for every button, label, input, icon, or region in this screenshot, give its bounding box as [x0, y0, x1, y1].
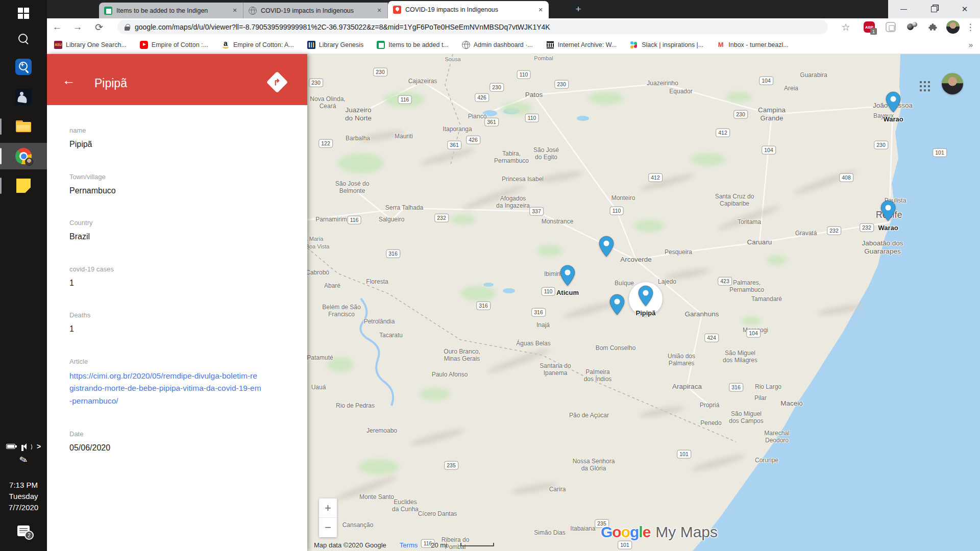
taskbar-item-chrome[interactable]: [0, 143, 47, 169]
extensions-menu-button[interactable]: [926, 20, 939, 34]
tab-close-button[interactable]: ✕: [375, 7, 383, 15]
map-label-city: Pombal: [534, 55, 553, 62]
bookmark-label: Admin dashboard ·...: [474, 41, 533, 48]
tab-close-button[interactable]: ✕: [231, 7, 239, 15]
taskbar-item-logos[interactable]: [0, 54, 47, 80]
road-shield: 110: [610, 207, 624, 215]
bookmark-item-6[interactable]: Admin dashboard ·...: [462, 41, 533, 49]
zoom-out-button[interactable]: −: [319, 518, 337, 537]
clock-day: Tuesday: [0, 491, 47, 502]
close-button[interactable]: ✕: [949, 0, 980, 18]
windows-ink-pen-icon[interactable]: ✎: [18, 453, 29, 466]
extension-shield-button[interactable]: [884, 20, 897, 34]
vegetation-patch: [690, 153, 726, 166]
map-profile-avatar[interactable]: [942, 73, 963, 94]
field-value: 1: [69, 278, 287, 289]
shield-extension-icon: [886, 22, 896, 32]
map-canvas[interactable]: + − Google My Maps Map data ©2020 Google…: [307, 54, 980, 551]
vegetation-patch: [767, 255, 787, 265]
adblock-extension-button[interactable]: 1: [863, 20, 876, 34]
zoom-in-button[interactable]: +: [319, 498, 337, 518]
secure-lock-icon[interactable]: [125, 24, 130, 31]
start-button[interactable]: [0, 0, 47, 27]
star-icon: ☆: [841, 21, 850, 33]
tab-close-button[interactable]: ✕: [536, 6, 545, 14]
tab-1[interactable]: Items to be added to the Indigen✕: [99, 3, 243, 18]
window-controls: ✕: [888, 0, 980, 18]
profile-button[interactable]: [946, 20, 960, 34]
bookmarks-overflow-chevron[interactable]: »: [969, 40, 973, 49]
road-shield: 101: [933, 148, 947, 157]
taskbar-item-sticky-notes[interactable]: [0, 172, 47, 199]
apps-grid-icon[interactable]: [919, 80, 930, 91]
minimize-button[interactable]: [888, 0, 919, 18]
new-tab-button[interactable]: +: [572, 3, 585, 16]
bookmark-item-8[interactable]: Slack | inspirations |...: [630, 41, 703, 49]
tab-strip: Items to be added to the Indigen✕COVID-1…: [47, 0, 980, 18]
map-label-city: Piancó: [468, 113, 487, 120]
taskbar-item-file-explorer[interactable]: [0, 113, 47, 140]
tab-title: COVID-19 impacts in Indigenous: [405, 6, 536, 13]
map-pin-aticum[interactable]: [560, 265, 575, 286]
bookmark-item-1[interactable]: Library One Search...: [54, 41, 127, 49]
adblock-badge: 1: [870, 28, 877, 35]
map-label-city: Equador: [669, 88, 692, 95]
reload-button[interactable]: ⟳: [92, 20, 106, 34]
map-label-city: CampinaGrande: [758, 106, 786, 122]
globe-favicon: [249, 7, 257, 15]
field-group: Articlehttps://cimi.org.br/2020/05/remdi…: [69, 358, 287, 407]
road-shield: 316: [386, 249, 400, 258]
bookmark-item-5[interactable]: Items to be added t...: [377, 41, 448, 49]
back-arrow-icon[interactable]: ←: [62, 73, 76, 87]
map-label-city: Palmares,Pernambuco: [729, 280, 764, 294]
bookmark-label: Slack | inspirations |...: [642, 41, 703, 48]
bookmark-item-2[interactable]: Empire of Cotton :...: [140, 41, 208, 49]
tray-expand-chevron-icon[interactable]: >: [37, 442, 41, 450]
field-group: Town/villagePernambuco: [69, 173, 287, 196]
road-shield: 235: [444, 461, 458, 470]
system-tray: > ✎ 7:13 PM Tuesday 7/7/2020: [0, 440, 47, 513]
desktop: > ✎ 7:13 PM Tuesday 7/7/2020 2 Items to …: [0, 0, 980, 551]
map-pin-warao[interactable]: [886, 91, 901, 113]
map-label-city: Boa Vista: [307, 243, 329, 250]
taskbar-search-button[interactable]: [0, 26, 47, 52]
road-shield: 337: [529, 207, 544, 216]
map-label-city: Jeremoabo: [366, 428, 397, 435]
map-pin-warao[interactable]: [880, 200, 896, 221]
map-label-city: Simão Dias: [534, 530, 565, 537]
bookmark-item-9[interactable]: Inbox - turner.beazl...: [717, 41, 788, 49]
action-center-button[interactable]: 2: [0, 525, 47, 536]
panel-header: ← Pipipã ↱: [47, 54, 307, 105]
map-label-city: Inajá: [536, 322, 550, 329]
terms-link[interactable]: Terms: [400, 541, 418, 549]
bookmark-item-3[interactable]: Empire of Cotton: A...: [222, 41, 294, 49]
tab-3[interactable]: COVID-19 impacts in Indigenous✕: [388, 1, 549, 18]
road-shield: 101: [677, 450, 691, 459]
tab-2[interactable]: COVID-19 impacts in Indigenous✕: [243, 3, 388, 18]
map-pin[interactable]: [599, 236, 614, 257]
map-label-city: Jaboatão dosGuararapes: [862, 239, 903, 255]
zotero-extension-button[interactable]: [905, 20, 919, 34]
back-button[interactable]: ←: [50, 20, 64, 34]
road-shield: 104: [759, 77, 773, 85]
chrome-menu-button[interactable]: ⋮: [964, 20, 977, 34]
taskbar-clock[interactable]: 7:13 PM Tuesday 7/7/2020: [0, 480, 47, 513]
map-pin[interactable]: [609, 294, 625, 315]
address-bar[interactable]: google.com/maps/d/u/0/viewer?ll=-8.79053…: [117, 20, 828, 34]
battery-icon[interactable]: [6, 444, 15, 449]
map-pin-pipipã[interactable]: [638, 285, 653, 307]
taskbar-item-kindle[interactable]: [0, 84, 47, 110]
vegetation-patch: [358, 459, 399, 474]
bookmark-star-button[interactable]: ☆: [839, 20, 852, 34]
forward-button[interactable]: →: [70, 20, 85, 34]
tab-title: Items to be added to the Indigen: [116, 7, 231, 14]
volume-icon[interactable]: [21, 443, 31, 450]
restore-button[interactable]: [919, 0, 949, 18]
bookmark-item-7[interactable]: Internet Archive: W...: [546, 41, 617, 49]
directions-button[interactable]: ↱: [266, 71, 288, 93]
road-shield: 116: [398, 95, 412, 104]
bookmark-item-4[interactable]: Library Genesis: [307, 41, 364, 49]
file-explorer-icon: [16, 120, 31, 133]
article-link[interactable]: https://cimi.org.br/2020/05/remdipe-divu…: [69, 370, 261, 407]
road-shield: 116: [348, 216, 361, 224]
